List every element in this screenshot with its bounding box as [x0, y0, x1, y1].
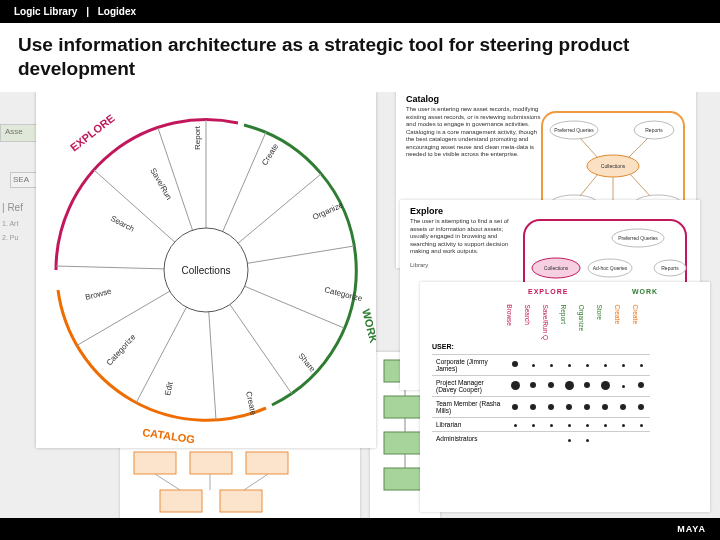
matrix-col: Organize [578, 302, 596, 354]
matrix-col: Store [596, 302, 614, 354]
matrix-table: USER:BrowseSearchSave/Run QReportOrganiz… [432, 302, 650, 446]
spoke: Save/Run [148, 167, 173, 202]
spoke: Create [260, 141, 281, 167]
svg-text:Preferred Queries: Preferred Queries [554, 127, 594, 133]
svg-text:Reports: Reports [661, 265, 679, 271]
spoke: Share [296, 352, 317, 375]
matrix-cell [542, 432, 560, 446]
matrix-row: Corporate (Jimmy James) [432, 354, 650, 375]
matrix-row: Project Manager (Davey Cooper) [432, 375, 650, 396]
product-name: Logic Library [14, 6, 77, 17]
matrix-role: Librarian [432, 418, 506, 432]
matrix-cell [596, 354, 614, 375]
matrix-cell [596, 397, 614, 418]
ghost-tab: Asse [0, 124, 38, 142]
matrix-role: Project Manager (Davey Cooper) [432, 375, 506, 396]
svg-text:Collections: Collections [601, 163, 626, 169]
matrix-col: Browse [506, 302, 524, 354]
matrix-cell [560, 354, 578, 375]
matrix-cell [560, 418, 578, 432]
matrix-cell [506, 354, 524, 375]
matrix-cell [632, 375, 650, 396]
spoke: Organize [311, 200, 345, 222]
matrix-row: Administrators [432, 432, 650, 446]
matrix-cell [632, 397, 650, 418]
footer-bar [0, 518, 720, 540]
matrix-cell [560, 432, 578, 446]
svg-rect-10 [246, 452, 288, 474]
floater-wireframe [120, 442, 360, 522]
matrix-cell [578, 418, 596, 432]
matrix-cell [614, 418, 632, 432]
svg-line-51 [580, 174, 598, 196]
svg-rect-8 [134, 452, 176, 474]
spoke: Categorize [324, 285, 364, 303]
wheel-label-work: WORK [360, 308, 376, 345]
spoke: Search [109, 214, 136, 234]
matrix-cell [560, 375, 578, 396]
user-task-matrix: EXPLORE WORK USER:BrowseSearchSave/Run Q… [420, 282, 710, 512]
svg-text:Collections: Collections [544, 265, 569, 271]
matrix-cell [578, 375, 596, 396]
svg-line-13 [155, 474, 180, 490]
ghost-row: 2. Pu [2, 234, 18, 241]
slide-title: Use information architecture as a strate… [0, 23, 720, 89]
matrix-cell [542, 397, 560, 418]
matrix-user-header: USER: [432, 343, 454, 350]
svg-text:Ad-hoc Queries: Ad-hoc Queries [593, 265, 628, 271]
svg-rect-11 [160, 490, 202, 512]
matrix-cell [542, 354, 560, 375]
spoke: Report [193, 125, 202, 150]
matrix-row: Librarian [432, 418, 650, 432]
matrix-col: Report [560, 302, 578, 354]
matrix-cell [614, 397, 632, 418]
matrix-zone-work: WORK [632, 288, 658, 295]
matrix-cell [524, 375, 542, 396]
matrix-cell [632, 418, 650, 432]
spoke: Categorize [105, 332, 138, 367]
svg-line-49 [580, 138, 598, 158]
wheel-svg: Collections EXPLORE WORK CATALOG Search … [36, 92, 376, 448]
matrix-col: Save/Run Q [542, 302, 560, 354]
matrix-cell [578, 432, 596, 446]
matrix-cell [614, 432, 632, 446]
matrix-cell [596, 375, 614, 396]
ghost-refine: | Ref [2, 202, 23, 213]
ia-wheel: Collections EXPLORE WORK CATALOG Search … [36, 92, 376, 448]
svg-text:Reports: Reports [645, 127, 663, 133]
matrix-cell [578, 397, 596, 418]
svg-line-15 [244, 474, 268, 490]
wheel-center: Collections [182, 265, 231, 276]
matrix-cell [596, 418, 614, 432]
matrix-cell [506, 375, 524, 396]
matrix-cell [578, 354, 596, 375]
separator: | [86, 6, 89, 17]
matrix-cell [506, 432, 524, 446]
matrix-cell [560, 397, 578, 418]
matrix-cell [542, 418, 560, 432]
explore-blurb: The user is attempting to find a set of … [410, 218, 520, 256]
matrix-cell [614, 354, 632, 375]
matrix-cell [506, 397, 524, 418]
stage: Asse SEA | Ref 1. Art 2. Pu [0, 92, 720, 522]
matrix-zone-explore: EXPLORE [528, 288, 568, 295]
matrix-cell [614, 375, 632, 396]
ghost-row: 1. Art [2, 220, 18, 227]
matrix-cell [506, 418, 524, 432]
matrix-cell [596, 432, 614, 446]
wheel-label-explore: EXPLORE [68, 112, 117, 154]
svg-rect-9 [190, 452, 232, 474]
wheel-label-catalog: CATALOG [142, 426, 196, 445]
spoke: Edit [163, 380, 175, 396]
matrix-cell [542, 375, 560, 396]
footer-brand: MAYA [663, 518, 720, 540]
matrix-col: Search [524, 302, 542, 354]
matrix-cell [524, 354, 542, 375]
matrix-cell [632, 432, 650, 446]
matrix-role: Corporate (Jimmy James) [432, 354, 506, 375]
explore-heading: Explore [410, 206, 690, 216]
svg-rect-12 [220, 490, 262, 512]
svg-line-53 [630, 174, 650, 196]
catalog-heading: Catalog [406, 94, 686, 104]
matrix-cell [632, 354, 650, 375]
